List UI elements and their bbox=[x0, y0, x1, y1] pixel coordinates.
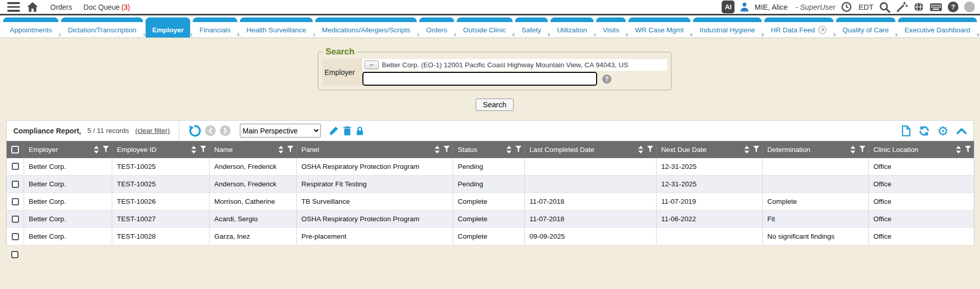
sort-icon[interactable] bbox=[278, 146, 283, 153]
globe-icon[interactable] bbox=[913, 2, 924, 12]
previous-icon[interactable] bbox=[205, 125, 216, 136]
filter-icon[interactable] bbox=[859, 146, 866, 153]
table-cell: Respirator Fit Testing bbox=[297, 176, 453, 193]
table-cell: Office bbox=[869, 176, 974, 193]
column-header[interactable]: Employer bbox=[29, 146, 58, 153]
tab-quality-of-care[interactable]: Quality of Care bbox=[836, 17, 895, 37]
filter-icon[interactable] bbox=[103, 146, 109, 153]
table-cell: TB Surveillance bbox=[297, 193, 453, 210]
filter-icon[interactable] bbox=[515, 146, 522, 153]
sort-icon[interactable] bbox=[638, 146, 643, 153]
filter-icon[interactable] bbox=[200, 146, 207, 153]
filter-icon[interactable] bbox=[647, 146, 654, 153]
clear-filter-link[interactable]: (clear filter) bbox=[135, 127, 170, 134]
column-header[interactable]: Employee ID bbox=[117, 146, 156, 153]
selected-employer-text: Better Corp. (EO-1) 12001 Pacific Coast … bbox=[382, 61, 628, 69]
select-all-checkbox[interactable] bbox=[11, 146, 19, 153]
filter-icon[interactable] bbox=[965, 146, 971, 153]
table-cell: Office bbox=[869, 193, 974, 210]
tab-health-surveillance[interactable]: Health Surveillance bbox=[240, 17, 313, 37]
sort-icon[interactable] bbox=[191, 146, 196, 153]
table-cell: Anderson, Frederick bbox=[210, 176, 297, 193]
settings-gear-icon[interactable]: ⚙ bbox=[937, 125, 949, 137]
row-checkbox[interactable] bbox=[12, 216, 19, 223]
collapse-panel-icon[interactable] bbox=[956, 127, 967, 134]
column-header[interactable]: Status bbox=[458, 146, 477, 153]
column-header[interactable]: Clinic Location bbox=[873, 146, 918, 153]
document-icon[interactable] bbox=[902, 125, 911, 137]
edit-icon[interactable] bbox=[329, 126, 339, 136]
row-checkbox[interactable] bbox=[12, 233, 19, 240]
filter-icon[interactable] bbox=[287, 146, 294, 153]
filter-icon[interactable] bbox=[443, 146, 450, 153]
column-header[interactable]: Name bbox=[214, 146, 233, 153]
footer-row-checkbox[interactable] bbox=[11, 251, 18, 258]
tab-employer[interactable]: Employer bbox=[146, 17, 190, 37]
tab-executive-dashboard[interactable]: Executive Dashboard bbox=[898, 17, 977, 37]
keyboard-icon[interactable] bbox=[930, 3, 942, 11]
search-icon[interactable] bbox=[879, 2, 890, 13]
table-cell: TEST-10026 bbox=[112, 193, 210, 210]
tab-orders[interactable]: Orders bbox=[419, 17, 454, 37]
delete-icon[interactable] bbox=[343, 126, 352, 136]
tab-hr-data-feed[interactable]: HR Data Feed bbox=[764, 17, 833, 37]
help-icon[interactable]: ? bbox=[948, 2, 958, 12]
field-help-icon[interactable]: ? bbox=[602, 74, 611, 84]
tab-utilization[interactable]: Utilization bbox=[550, 17, 594, 37]
magic-wand-icon[interactable] bbox=[896, 1, 908, 13]
column-header[interactable]: Panel bbox=[301, 146, 319, 153]
table-cell bbox=[763, 176, 869, 193]
table-cell: Better Corp. bbox=[24, 176, 112, 193]
table-row[interactable]: Better Corp. TEST-10028 Garza, Inez Pre-… bbox=[7, 228, 974, 245]
column-header[interactable]: Determination bbox=[767, 146, 810, 153]
sort-icon[interactable] bbox=[94, 146, 99, 153]
filter-icon[interactable] bbox=[753, 146, 760, 153]
menu-icon[interactable] bbox=[7, 2, 20, 12]
perspective-select[interactable]: Main Perspective bbox=[240, 124, 321, 138]
table-row[interactable]: Better Corp. TEST-10026 Morrison, Cather… bbox=[7, 193, 974, 210]
tab-safety[interactable]: Safety bbox=[515, 17, 548, 37]
tab-appointments[interactable]: Appointments bbox=[3, 17, 58, 37]
tab-visits[interactable]: Visits bbox=[596, 17, 626, 37]
home-icon[interactable] bbox=[27, 2, 38, 12]
column-header[interactable]: Next Due Date bbox=[661, 146, 707, 153]
table-row[interactable]: Better Corp. TEST-10025 Anderson, Freder… bbox=[7, 176, 974, 193]
report-toolbar: Compliance Report, 5 / 11 records (clear… bbox=[6, 120, 974, 141]
row-checkbox[interactable] bbox=[12, 198, 19, 205]
tab-financials[interactable]: Financials bbox=[193, 17, 237, 37]
row-checkbox[interactable] bbox=[12, 163, 19, 170]
tab-dictation-transcription[interactable]: Dictation/Transcription bbox=[61, 17, 143, 37]
row-checkbox[interactable] bbox=[12, 181, 19, 188]
header-row: Employer Employee ID Name Panel Status L… bbox=[7, 141, 974, 158]
undo-icon[interactable] bbox=[189, 125, 201, 137]
nav-doc-queue[interactable]: Doc Queue(3) bbox=[84, 3, 130, 11]
sort-icon[interactable] bbox=[956, 146, 961, 153]
tab-industrial-hygiene[interactable]: Industrial Hygiene bbox=[693, 17, 762, 37]
ai-assistant-button[interactable]: AI bbox=[722, 1, 734, 13]
sort-icon[interactable] bbox=[435, 146, 440, 153]
tab-outside-clinic[interactable]: Outside Clinic bbox=[457, 17, 513, 37]
table-cell: Better Corp. bbox=[24, 158, 112, 176]
sort-icon[interactable] bbox=[744, 146, 749, 153]
next-icon[interactable] bbox=[220, 125, 231, 136]
table-cell: Pending bbox=[453, 176, 525, 193]
employer-search-input[interactable] bbox=[362, 72, 597, 86]
nav-orders[interactable]: Orders bbox=[50, 3, 72, 11]
column-header[interactable]: Last Completed Date bbox=[529, 146, 595, 153]
tab-medications-allergies-scripts[interactable]: Medications/Allergies/Scripts bbox=[315, 17, 417, 37]
refresh-icon[interactable] bbox=[918, 125, 930, 137]
lock-icon[interactable] bbox=[356, 126, 364, 136]
sort-icon[interactable] bbox=[850, 146, 855, 153]
doc-queue-count-badge: (3) bbox=[121, 3, 130, 11]
table-row[interactable]: Better Corp. TEST-10025 Anderson, Freder… bbox=[7, 158, 974, 176]
table-cell: Office bbox=[869, 228, 974, 245]
table-row[interactable]: Better Corp. TEST-10027 Acardi, Sergio O… bbox=[7, 210, 974, 228]
clock-icon[interactable] bbox=[841, 2, 852, 12]
search-button[interactable]: Search bbox=[476, 99, 514, 111]
table-cell: Acardi, Sergio bbox=[210, 210, 297, 228]
table-cell: 09-09-2025 bbox=[525, 228, 657, 245]
collapse-employer-button[interactable]: – bbox=[364, 61, 379, 69]
user-icon bbox=[740, 2, 749, 12]
tab-wr-case-mgmt[interactable]: WR Case Mgmt bbox=[628, 17, 690, 37]
sort-icon[interactable] bbox=[506, 146, 512, 153]
